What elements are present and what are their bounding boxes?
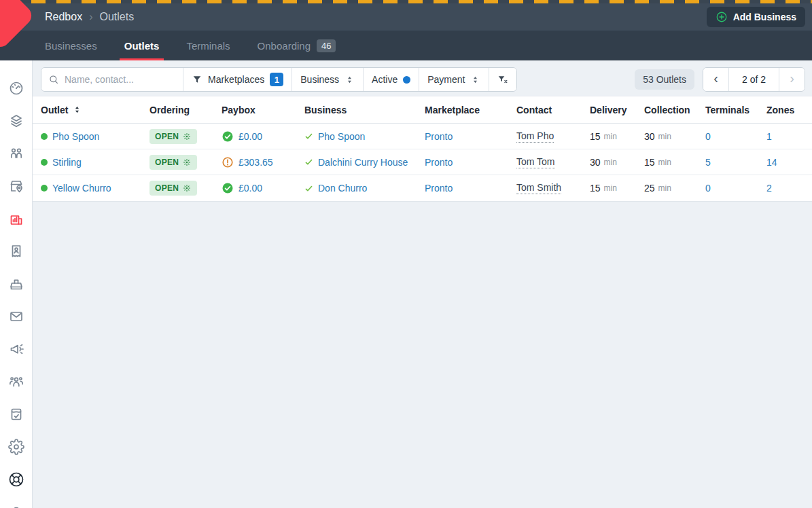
column-header-outlet[interactable]: Outlet (41, 105, 149, 115)
table-row: StirlingOPEN£303.65Dalchini Curry HouseP… (33, 149, 812, 175)
ordering-status-label: OPEN (155, 183, 179, 193)
top-header: Redbox › Outlets Add Business (0, 3, 812, 31)
tab-label: Businesses (45, 40, 97, 52)
marketplace-link[interactable]: Pronto (425, 131, 453, 142)
sidebar-item-clipboard-check[interactable] (8, 406, 24, 422)
sidebar-item-account[interactable] (8, 504, 24, 508)
business-link[interactable]: Dalchini Curry House (318, 157, 408, 168)
search-icon (48, 74, 59, 85)
search-field[interactable] (41, 68, 183, 91)
breadcrumb-separator-icon: › (89, 11, 92, 23)
payment-filter-button[interactable]: Payment (419, 68, 489, 91)
filter-label: Payment (427, 74, 465, 85)
pagination-next-button[interactable]: › (779, 68, 805, 91)
business-link[interactable]: Pho Spoon (318, 131, 365, 142)
pagination-prev-button[interactable]: ‹ (703, 68, 729, 91)
plus-circle-icon (716, 11, 728, 23)
table-cell: OPEN (149, 129, 222, 144)
sidebar-item-till[interactable] (8, 276, 24, 292)
tab-businesses[interactable]: Businesses (45, 31, 97, 60)
sidebar-item-layers[interactable] (8, 113, 24, 129)
marketplace-link[interactable]: Pronto (425, 183, 453, 194)
table-cell: Tom Pho (516, 130, 590, 143)
outlet-link[interactable]: Stirling (52, 157, 82, 168)
delivery-unit: min (604, 132, 617, 141)
business-filter-button[interactable]: Business (292, 68, 364, 91)
clear-filters-button[interactable] (489, 68, 516, 91)
tab-outlets[interactable]: Outlets (124, 31, 160, 60)
paybox-amount-link[interactable]: £0.00 (239, 131, 262, 142)
ordering-status-label: OPEN (155, 132, 179, 141)
chevron-right-icon: › (790, 71, 794, 86)
active-filter-button[interactable]: Active (364, 68, 419, 91)
contact-link[interactable]: Tom Pho (516, 130, 554, 143)
search-input[interactable] (65, 74, 176, 85)
table-cell: Pronto (425, 183, 516, 194)
zones-link[interactable]: 1 (766, 131, 772, 142)
terminals-link[interactable]: 0 (705, 131, 711, 142)
tab-onboarding[interactable]: Onboarding46 (258, 31, 336, 60)
sidebar-item-customers[interactable] (8, 145, 24, 162)
active-status-dot (403, 76, 410, 84)
sidebar-item-settings-gear[interactable] (8, 439, 24, 455)
terminals-link[interactable]: 5 (705, 157, 711, 168)
business-link[interactable]: Don Churro (318, 183, 367, 194)
sort-arrows-icon (470, 75, 480, 85)
outlet-link[interactable]: Pho Spoon (52, 131, 99, 142)
tab-bar: BusinessesOutletsTerminalsOnboarding46 (0, 31, 812, 60)
contact-link[interactable]: Tom Tom (516, 156, 555, 168)
table-cell: Don Churro (304, 183, 425, 194)
sidebar-item-team[interactable] (8, 374, 24, 390)
table-cell: 30min (644, 131, 705, 142)
table-cell: 0 (705, 183, 766, 194)
sun-icon (182, 183, 192, 193)
sidebar-item-store-location[interactable] (8, 178, 24, 194)
online-status-dot (41, 185, 48, 192)
paybox-amount-link[interactable]: £0.00 (239, 183, 262, 194)
column-header-terminals: Terminals (705, 105, 766, 115)
column-header-collection: Collection (644, 105, 705, 115)
collection-value: 30 (644, 131, 655, 142)
marketplace-link[interactable]: Pronto (425, 157, 453, 168)
mail-icon (8, 308, 24, 325)
column-label: Paybox (222, 105, 255, 115)
column-header-ordering: Ordering (149, 105, 222, 115)
add-business-button[interactable]: Add Business (707, 7, 805, 27)
sidebar-item-dashboard-gauge[interactable] (8, 80, 24, 96)
tab-label: Outlets (124, 40, 160, 52)
sidebar (0, 60, 33, 508)
check-icon (304, 132, 313, 141)
zones-link[interactable]: 14 (766, 157, 777, 168)
column-label: Ordering (149, 105, 190, 115)
column-label: Delivery (590, 105, 626, 115)
marketplaces-filter-button[interactable]: Marketplaces1 (183, 68, 292, 91)
table-cell: OPEN (149, 155, 222, 170)
breadcrumb-root[interactable]: Redbox (45, 11, 82, 23)
column-header-contact: Contact (516, 105, 590, 115)
table-cell: Dalchini Curry House (304, 157, 425, 168)
sidebar-item-mail[interactable] (8, 308, 24, 325)
tab-terminals[interactable]: Terminals (186, 31, 230, 60)
paybox-amount-link[interactable]: £303.65 (239, 157, 273, 168)
team-icon (8, 374, 24, 390)
sidebar-item-megaphone[interactable] (8, 341, 24, 357)
megaphone-icon (8, 341, 24, 357)
table-cell: Pho Spoon (304, 131, 425, 142)
table-cell: £0.00 (222, 182, 304, 194)
zones-link[interactable]: 2 (766, 183, 772, 194)
sort-arrows-icon (345, 75, 355, 85)
terminals-link[interactable]: 0 (705, 183, 711, 194)
outlet-link[interactable]: Yellow Churro (52, 183, 111, 194)
contact-link[interactable]: Tom Smith (516, 182, 561, 194)
paybox-warning-icon (222, 156, 234, 168)
table-cell: 25min (644, 183, 705, 194)
online-status-dot (41, 159, 48, 166)
sidebar-item-receipt-contact[interactable] (8, 243, 24, 259)
customers-icon (8, 145, 24, 162)
paybox-ok-icon (222, 182, 234, 194)
sidebar-item-help-lifebuoy[interactable] (8, 471, 24, 488)
layers-icon (8, 113, 24, 129)
sidebar-item-businesses-buildings[interactable] (8, 211, 24, 227)
table-cell: Stirling (41, 157, 149, 168)
filter-funnel-icon (192, 74, 202, 85)
